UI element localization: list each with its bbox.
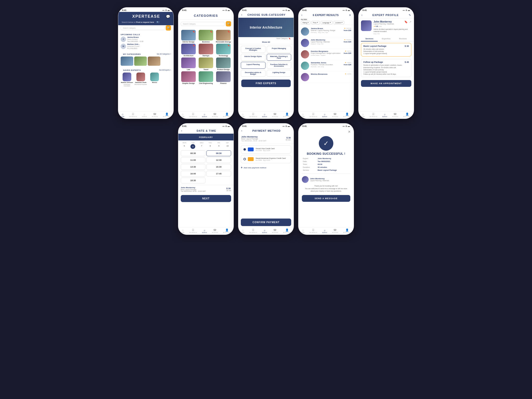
nav-place[interactable]: ☎ MY PLACE [152, 113, 158, 117]
make-appointment-btn[interactable]: MAKE AN APPOINTMENT [361, 80, 411, 87]
slot-1100[interactable]: 11:00 [181, 157, 205, 163]
payment-card-visa[interactable]: Saved Visa Credit Card •••• 3764 Exp 12/… [241, 145, 291, 154]
slot-1830[interactable]: 18:30 [181, 178, 205, 183]
slot-1330[interactable]: 13:30 [181, 164, 205, 170]
nav-search[interactable]: ⌕ SEARCH [142, 113, 147, 117]
cat-item-business[interactable]: 🔖 Business [198, 30, 214, 43]
add-payment-btn[interactable]: + Add new payment method [241, 165, 291, 171]
cat-thumb-2[interactable]: Ene... [148, 57, 160, 66]
call-item-0[interactable]: J Janina Braun Interior Architect Tue,13… [121, 36, 171, 42]
nav-place-suc[interactable]: ☎MY PLACE [332, 228, 338, 233]
next-btn[interactable]: NEXT [181, 195, 231, 202]
back-btn-results[interactable]: ‹ [301, 13, 302, 17]
cat-item-graphic[interactable]: Graphic Design [180, 71, 197, 84]
subcat-concept[interactable]: Concept & Creative Strategies [241, 46, 266, 53]
nav-place-pay[interactable]: ☎MY PLACE [272, 228, 278, 233]
call-item-1[interactable]: M Mathias Zeitr... Investment Consul... … [121, 43, 171, 49]
nav-place-prof[interactable]: ☎MY PLACE [392, 113, 398, 117]
find-experts-btn[interactable]: FIND EXPERTS [241, 80, 291, 87]
show-all-btn[interactable]: Show All [238, 40, 294, 44]
nav-account-res[interactable]: 👤MY ACCOUNT [343, 113, 351, 117]
filter-price[interactable]: Price ▾ [311, 21, 320, 24]
cat-item-tech[interactable]: 🔖 Technology [215, 44, 232, 57]
nav-results-cats[interactable]: ☰MY RESULTS [189, 113, 197, 117]
nav-results-suc[interactable]: ☰MY RESULTS [310, 228, 317, 233]
expert-result-0[interactable]: Janina Braun Material / Layout Planning … [298, 26, 354, 37]
slot-1600[interactable]: 16:00 [181, 171, 205, 177]
payment-card-amex[interactable]: Saved American Express Credit Card •••• … [241, 155, 291, 163]
nav-home-res[interactable]: ⌂HOME [301, 113, 305, 117]
cat-item-law[interactable]: Law [180, 57, 197, 70]
bookmark-arch[interactable]: 🔖 [193, 44, 195, 47]
cat-thumb-1[interactable]: Business [134, 57, 147, 66]
nav-account-pay[interactable]: 👤MY ACCOUNT [283, 228, 291, 233]
date-9[interactable]: 9 [215, 144, 223, 149]
subcat-decoration[interactable]: Decoration advice & Budget [241, 70, 266, 77]
subcat-layout[interactable]: Layout Planning [241, 62, 266, 69]
saved-expert-2[interactable]: Monica [148, 73, 161, 87]
chat-icon[interactable]: 💬 [166, 15, 170, 18]
nav-home-suc[interactable]: ⌂HOME [301, 229, 305, 233]
banner-text2[interactable]: Post a request here [136, 21, 154, 23]
service-card-followup[interactable]: Follow up Package $ 45 Review & optimiza… [361, 59, 411, 77]
nav-search-prof[interactable]: ⌕SEARCH [382, 113, 387, 117]
subcat-lighting[interactable]: Lighting Design [267, 70, 291, 77]
cat-item-civil[interactable]: Civil Engineering [198, 71, 214, 84]
search-button[interactable]: 🔍 [166, 25, 171, 31]
nav-results[interactable]: ☰ MY RESULTS [129, 113, 137, 117]
nav-account-dt[interactable]: 👤MY ACCOUNT [223, 228, 231, 233]
tab-reviews[interactable]: Reviews [395, 36, 411, 41]
expert-result-2[interactable]: Karsten Bergmann Project Management / Bu… [298, 49, 354, 60]
cats-search-input[interactable]: Search Category [181, 22, 225, 26]
nav-account[interactable]: 👤 MY ACCOUNT [163, 113, 171, 117]
filter-language[interactable]: Language ▾ [321, 21, 333, 24]
cat-thumb-0[interactable]: Interior Design [121, 57, 133, 66]
subcat-furniture[interactable]: Furniture Selection & Accessoires [267, 62, 291, 69]
bookmark-interior[interactable]: 🔖 [193, 31, 195, 33]
save-category-btn[interactable]: Save Category [276, 38, 288, 40]
slot-0930[interactable]: 09:30 [206, 150, 231, 156]
nav-place-cats[interactable]: ☎MY PLACE [212, 113, 218, 117]
cat-item-product[interactable]: Product Design [215, 57, 232, 70]
subcat-project[interactable]: Project Managing [267, 46, 291, 53]
slot-1530[interactable]: 15:30 [206, 164, 231, 170]
nav-results-pay[interactable]: ☰MY RESULTS [250, 228, 257, 233]
filter-location[interactable]: Location ▾ [334, 21, 344, 24]
nav-home-pay[interactable]: ⌂HOME [241, 229, 244, 233]
date-8[interactable]: 8 [206, 144, 214, 149]
cats-search-button[interactable]: 🔍 [226, 21, 231, 26]
cat-item-arch[interactable]: 🔖 Architecture [180, 44, 197, 57]
nav-home-dt[interactable]: ⌂HOME [181, 229, 184, 233]
nav-results-res[interactable]: ☰MY RESULTS [310, 113, 317, 117]
nav-place-res[interactable]: ☎MY PLACE [332, 113, 338, 117]
date-6[interactable]: 6 [190, 144, 195, 149]
nav-results-dt[interactable]: ☰MY RESULTS [189, 228, 197, 233]
saved-expert-1[interactable]: Sebastian Smith Mechanical Engineer [134, 73, 147, 87]
confirm-payment-btn[interactable]: CONFIRM PAYMENT [241, 219, 291, 226]
close-icon-success[interactable]: ✕ [348, 130, 351, 134]
nav-account-prof[interactable]: 👤MY ACCOUNT [403, 113, 411, 117]
bookmark-sub-icon[interactable]: 🔖 [289, 38, 291, 40]
bookmark-business[interactable]: 🔖 [210, 31, 212, 33]
nav-place-sub[interactable]: ☎MY PLACE [272, 113, 278, 117]
nav-account-sub[interactable]: 👤MY ACCOUNT [283, 113, 291, 117]
cat-item-travel[interactable]: Travel [198, 57, 214, 70]
tab-services[interactable]: Services [361, 36, 378, 41]
nav-home-prof[interactable]: ⌂HOME [361, 113, 365, 117]
nav-search-suc[interactable]: ⌕SEARCH [322, 229, 327, 233]
bookmark-tech[interactable]: 🔖 [227, 44, 230, 47]
cat-item-energy[interactable]: 🔖 Renewable Energy [215, 30, 232, 43]
share-icon-profile[interactable]: ↗ [409, 20, 411, 24]
nav-search-res[interactable]: ⌕SEARCH [322, 113, 327, 117]
nav-place-dt[interactable]: ☎MY PLACE [212, 228, 218, 233]
nav-search-pay[interactable]: ⌕SEARCH [262, 229, 267, 233]
date-5[interactable]: 5 [180, 144, 188, 149]
back-btn-profile[interactable]: ‹ [361, 13, 362, 17]
menu-icon-results[interactable]: ≡ [349, 13, 351, 17]
nav-search-cats[interactable]: ⌕SEARCH [202, 113, 207, 117]
edit-icon-profile[interactable]: ✎ [409, 14, 411, 17]
nav-account-cats[interactable]: 👤MY ACCOUNT [223, 113, 231, 117]
nav-account-suc[interactable]: 👤MY ACCOUNT [343, 228, 351, 233]
expert-result-1[interactable]: John Monterrey Layout Planning / Materia… [298, 37, 354, 49]
nav-results-sub[interactable]: ☰MY RESULTS [250, 113, 257, 117]
